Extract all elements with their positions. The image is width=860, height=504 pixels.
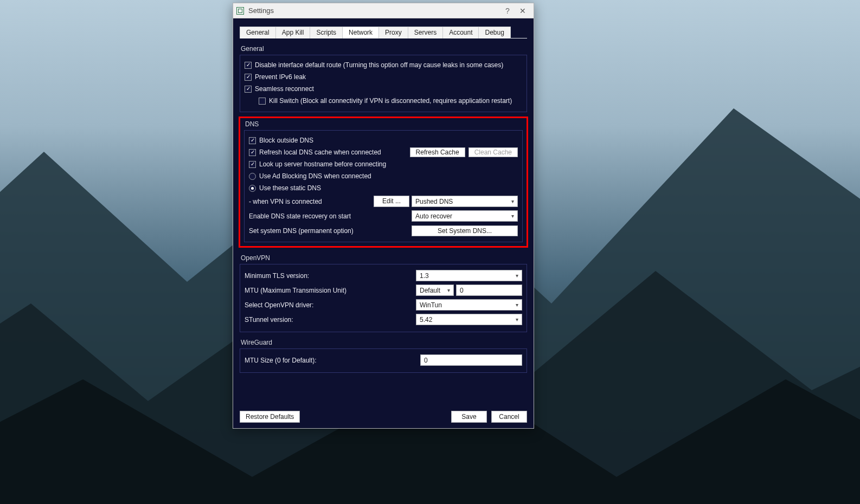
label-tls-version: Minimum TLS version: [245,272,416,280]
clean-cache-button[interactable]: Clean Cache [468,147,518,157]
edit-dns-button[interactable]: Edit ... [374,196,409,207]
mtu-mode-select[interactable]: Default ▾ [416,285,454,296]
tab-proxy[interactable]: Proxy [379,27,408,38]
group-dns: DNS Block outside DNS Refresh local DNS … [239,117,528,248]
close-button[interactable]: ✕ [515,7,530,15]
caret-icon: ▾ [511,198,514,204]
set-system-dns-button[interactable]: Set System DNS... [412,225,518,236]
checkbox-disable-route[interactable] [245,62,252,69]
group-wireguard: MTU Size (0 for Default): 0 [240,348,527,373]
dialog-content: General App Kill Scripts Network Proxy S… [233,18,534,428]
label-mtu: MTU (Maximum Transmission Unit) [245,287,416,294]
titlebar: Settings ? ✕ [233,3,534,18]
label-stunnel: STunnel version: [245,316,416,324]
label-block-outside-dns: Block outside DNS [259,137,313,144]
checkbox-lookup-hostname[interactable] [249,161,256,168]
label-wg-mtu: MTU Size (0 for Default): [245,357,420,364]
wg-mtu-value: 0 [424,357,428,364]
label-disable-route: Disable interface default route (Turning… [255,61,503,69]
group-openvpn: Minimum TLS version: 1.3 ▾ MTU (Maximum … [240,264,527,332]
caret-icon: ▾ [516,316,518,322]
mtu-value: 0 [460,287,464,294]
cancel-button[interactable]: Cancel [491,411,527,423]
tab-network[interactable]: Network [343,27,379,38]
window-title: Settings [248,7,274,15]
dns-recovery-value: Auto recover [415,212,452,220]
tab-scripts[interactable]: Scripts [310,27,343,38]
radio-static-dns[interactable] [249,185,256,192]
checkbox-prevent-ipv6[interactable] [245,74,252,81]
wg-mtu-input[interactable]: 0 [420,354,522,366]
tab-debug[interactable]: Debug [479,27,510,38]
tls-version-value: 1.3 [420,272,429,280]
caret-icon: ▾ [516,273,518,279]
ovpn-driver-value: WinTun [420,301,442,309]
save-button[interactable]: Save [451,411,487,423]
tab-account[interactable]: Account [443,27,479,38]
label-set-system-dns: Set system DNS (permanent option) [249,227,412,235]
label-killswitch: Kill Switch (Block all connectivity if V… [269,97,512,105]
checkbox-killswitch[interactable] [259,98,266,105]
dialog-footer: Restore Defaults Save Cancel [240,405,527,423]
settings-dialog: Settings ? ✕ General App Kill Scripts Ne… [233,3,534,429]
tab-bar: General App Kill Scripts Network Proxy S… [240,26,527,38]
caret-icon: ▾ [447,287,450,293]
section-title-wireguard: WireGuard [241,339,527,346]
label-lookup-hostname: Look up server hostname before connectin… [259,160,386,168]
section-title-general: General [241,45,527,53]
section-title-openvpn: OpenVPN [241,254,527,262]
radio-adblock-dns[interactable] [249,173,256,180]
checkbox-refresh-dns-cache[interactable] [249,149,256,156]
stunnel-select[interactable]: 5.42 ▾ [416,314,522,325]
dns-recovery-select[interactable]: Auto recover ▾ [412,210,518,222]
caret-icon: ▾ [511,213,514,219]
mtu-value-input[interactable]: 0 [456,285,522,296]
stunnel-value: 5.42 [420,316,432,324]
label-when-connected: - when VPN is connected [249,198,374,205]
tab-app-kill[interactable]: App Kill [276,27,311,38]
help-button[interactable]: ? [500,7,515,15]
restore-defaults-button[interactable]: Restore Defaults [240,411,300,423]
label-ovpn-driver: Select OpenVPN driver: [245,301,416,309]
group-general: Disable interface default route (Turning… [240,55,527,112]
refresh-cache-button[interactable]: Refresh Cache [410,147,465,157]
tls-version-select[interactable]: 1.3 ▾ [416,270,522,281]
checkbox-block-outside-dns[interactable] [249,137,256,144]
label-dns-recovery: Enable DNS state recovery on start [249,212,412,220]
tab-general[interactable]: General [240,27,276,38]
app-icon [236,7,244,15]
mtu-mode-value: Default [420,287,440,294]
tab-servers[interactable]: Servers [408,27,443,38]
label-adblock-dns: Use Ad Blocking DNS when connected [259,172,371,180]
label-static-dns: Use these static DNS [259,184,321,192]
pushed-dns-select[interactable]: Pushed DNS ▾ [412,196,518,207]
label-prevent-ipv6: Prevent IPv6 leak [255,73,306,81]
caret-icon: ▾ [516,302,518,308]
label-refresh-dns-cache: Refresh local DNS cache when connected [259,148,410,156]
ovpn-driver-select[interactable]: WinTun ▾ [416,299,522,311]
label-seamless: Seamless reconnect [255,85,314,93]
checkbox-seamless[interactable] [245,86,252,93]
section-title-dns: DNS [245,120,523,128]
pushed-dns-value: Pushed DNS [415,198,453,205]
